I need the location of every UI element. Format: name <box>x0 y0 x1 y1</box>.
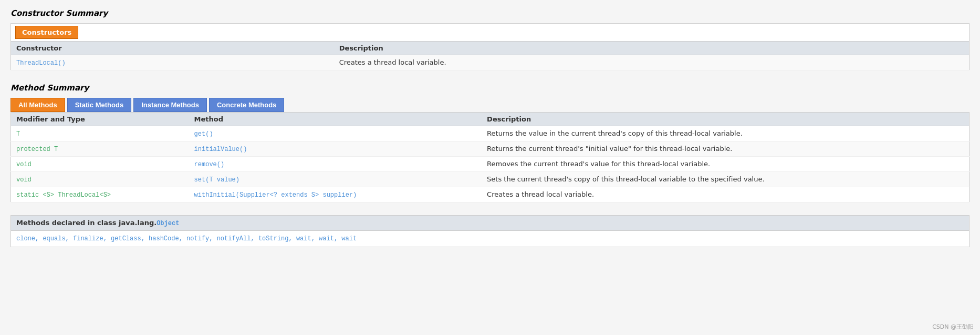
method-desc-4: Creates a thread local variable. <box>482 187 969 202</box>
method-row-1: protected T initialValue() Returns the c… <box>11 141 969 157</box>
method-tabs: All Methods Static Methods Instance Meth… <box>11 98 969 112</box>
constructor-col-constructor: Constructor <box>11 42 334 55</box>
method-desc-1: Returns the current thread's "initial va… <box>482 141 969 157</box>
method-modifier-3: void <box>16 176 32 184</box>
method-modifier-4: static <S> ThreadLocal<S> <box>16 191 111 199</box>
inherited-methods-text: clone, equals, finalize, getClass, hashC… <box>16 235 357 242</box>
constructor-desc-0: Creates a thread local variable. <box>334 55 969 70</box>
inherited-header: Methods declared in class java.lang.Obje… <box>11 216 969 231</box>
method-table: Modifier and Type Method Description T g… <box>11 112 969 202</box>
method-col-method: Method <box>189 113 482 126</box>
method-col-modifier: Modifier and Type <box>11 113 189 126</box>
method-desc-3: Sets the current thread's copy of this t… <box>482 172 969 187</box>
constructors-tab-button[interactable]: Constructors <box>15 26 78 39</box>
method-desc-2: Removes the current thread's value for t… <box>482 157 969 172</box>
method-col-header: Modifier and Type Method Description <box>11 113 969 126</box>
method-row-4: static <S> ThreadLocal<S> withInitial(Su… <box>11 187 969 202</box>
method-link-1[interactable]: initialValue() <box>194 146 247 153</box>
constructor-table: Constructors Constructor Description Thr… <box>11 23 969 70</box>
method-row-3: void set(T value) Sets the current threa… <box>11 172 969 187</box>
constructor-tab-row: Constructors <box>11 24 969 42</box>
constructor-col-header: Constructor Description <box>11 42 969 55</box>
method-row-2: void remove() Removes the current thread… <box>11 157 969 172</box>
inherited-methods-list: clone, equals, finalize, getClass, hashC… <box>11 231 969 247</box>
constructor-row-0: ThreadLocal() Creates a thread local var… <box>11 55 969 70</box>
method-row-0: T get() Returns the value in the current… <box>11 126 969 141</box>
tab-static-methods[interactable]: Static Methods <box>67 98 131 112</box>
method-link-2[interactable]: remove() <box>194 161 225 168</box>
method-link-0[interactable]: get() <box>194 130 213 138</box>
constructor-summary-section: Constructor Summary Constructors Constru… <box>11 8 969 70</box>
method-summary-title: Method Summary <box>11 83 969 93</box>
method-modifier-0: T <box>16 130 20 138</box>
tab-concrete-methods[interactable]: Concrete Methods <box>209 98 284 112</box>
method-desc-0: Returns the value in the current thread'… <box>482 126 969 141</box>
constructor-summary-title: Constructor Summary <box>11 8 969 18</box>
constructor-link-0[interactable]: ThreadLocal() <box>16 59 66 67</box>
method-modifier-2: void <box>16 161 32 168</box>
method-col-description: Description <box>482 113 969 126</box>
inherited-methods-block: Methods declared in class java.lang.Obje… <box>11 215 969 247</box>
method-summary-section: Method Summary All Methods Static Method… <box>11 83 969 202</box>
tab-all-methods[interactable]: All Methods <box>11 98 65 112</box>
constructor-col-description: Description <box>334 42 969 55</box>
method-link-4[interactable]: withInitial(Supplier<? extends S> suppli… <box>194 191 357 199</box>
tab-instance-methods[interactable]: Instance Methods <box>133 98 207 112</box>
inherited-header-link[interactable]: Object <box>157 220 179 227</box>
method-modifier-1: protected T <box>16 146 58 153</box>
inherited-header-text: Methods declared in class java.lang. <box>16 219 157 227</box>
method-link-3[interactable]: set(T value) <box>194 176 239 184</box>
